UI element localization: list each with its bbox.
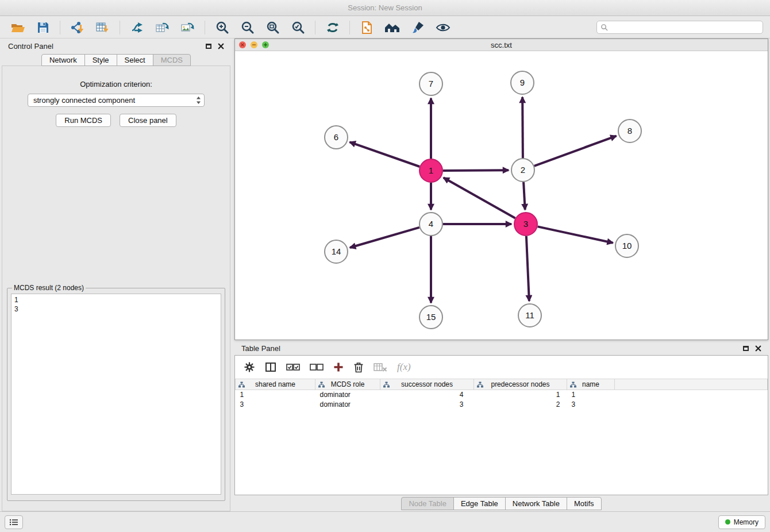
open-file-button[interactable] [6,18,29,37]
export-image-button[interactable] [176,18,199,37]
tab-select[interactable]: Select [117,54,153,66]
node-4[interactable]: 4 [419,213,442,236]
window-close-icon[interactable] [239,41,246,48]
float-table-panel-icon[interactable] [743,346,749,351]
close-panel-icon[interactable] [218,43,224,49]
svg-text:4: 4 [429,219,433,229]
node-9[interactable]: 9 [511,71,534,94]
criterion-select[interactable]: strongly connected component [28,94,205,107]
table-cell[interactable]: 1 [567,390,615,400]
table-cell[interactable]: dominator [315,400,380,410]
export-table-button[interactable] [151,18,174,37]
node-1[interactable]: 1 [419,159,442,182]
import-table-file-button[interactable] [91,18,114,37]
node-10[interactable]: 10 [615,234,638,257]
svg-text:11: 11 [525,310,534,320]
apply-layout-button[interactable] [321,18,344,37]
mcds-result-item[interactable]: 1 [14,295,218,304]
float-panel-icon[interactable] [206,44,211,49]
delete-table-icon[interactable] [374,363,387,372]
zoom-in-button[interactable] [210,18,234,37]
tab-edge-table[interactable]: Edge Table [453,497,506,510]
table-cell[interactable]: 3 [236,400,315,410]
main-toolbar [0,17,770,38]
first-neighbors-button[interactable] [380,18,404,37]
save-session-button[interactable] [31,18,55,37]
tab-mcds[interactable]: MCDS [153,54,191,66]
edge-1-6[interactable] [350,142,420,167]
window-zoom-icon[interactable] [262,41,269,48]
node-14[interactable]: 14 [325,240,348,263]
table-cell[interactable]: 1 [474,390,567,400]
column-header-successor-nodes[interactable]: successor nodes [380,379,474,390]
node-3[interactable]: 3 [514,213,537,236]
gear-icon[interactable] [244,361,255,373]
node-6[interactable]: 6 [325,126,348,149]
add-column-icon[interactable] [333,362,344,372]
table-panel: Table Panel f(x) shared nameMCDS rolesuc… [234,341,768,511]
edge-2-8[interactable] [534,136,617,166]
select-all-icon[interactable] [286,363,300,372]
memory-button[interactable]: Memory [718,515,765,529]
table-cell[interactable]: 1 [236,390,315,400]
node-7[interactable]: 7 [419,72,442,95]
column-header-shared-name[interactable]: shared name [236,379,315,390]
export-network-button[interactable] [125,18,149,37]
column-type-icon [318,381,325,388]
tab-style[interactable]: Style [84,54,117,66]
column-header-mcds-role[interactable]: MCDS role [315,379,380,390]
zoom-selected-button[interactable] [286,18,310,37]
deselect-all-icon[interactable] [310,363,324,372]
node-2[interactable]: 2 [511,159,534,182]
edge-2-9[interactable] [522,97,523,158]
close-table-panel-icon[interactable] [755,345,761,352]
node-11[interactable]: 11 [518,304,541,327]
apply-style-button[interactable] [406,18,429,37]
table-cell[interactable]: 2 [474,400,567,410]
table-cell[interactable]: 3 [567,400,615,410]
window-title: Session: New Session [348,3,422,12]
tab-motifs[interactable]: Motifs [567,497,602,510]
function-builder-button[interactable]: f(x) [397,361,411,373]
edge-1-2[interactable] [443,170,509,171]
edge-3-11[interactable] [526,236,529,301]
table-cell[interactable]: dominator [315,390,380,400]
new-network-from-selection-button[interactable] [355,18,379,37]
show-hide-details-button[interactable] [431,18,455,37]
tab-network-table[interactable]: Network Table [505,497,567,510]
network-canvas[interactable]: 7968124314101511 [235,51,768,339]
houses-icon [384,21,401,34]
table-cell[interactable]: 3 [380,400,474,410]
close-panel-button[interactable]: Close panel [120,114,176,127]
edge-2-3[interactable] [523,182,525,210]
tab-network[interactable]: Network [41,54,85,66]
zoom-fit-button[interactable] [261,18,284,37]
table-cell[interactable]: 4 [380,390,474,400]
mcds-result-list[interactable]: 13 [11,294,221,495]
edge-3-1[interactable] [444,178,515,218]
edge-4-14[interactable] [350,228,419,248]
search-input[interactable] [611,24,759,32]
edge-3-10[interactable] [538,226,613,242]
run-mcds-button[interactable]: Run MCDS [56,114,111,127]
window-minimize-icon[interactable] [251,41,257,48]
tab-node-table[interactable]: Node Table [401,497,454,510]
import-network-file-button[interactable] [66,18,89,37]
table-row[interactable]: 3dominator323 [236,400,768,410]
split-column-icon[interactable] [265,362,276,372]
search-field[interactable] [596,21,763,34]
mcds-result-item[interactable]: 3 [14,304,218,314]
column-header-name[interactable]: name [567,379,615,390]
zoom-fit-icon [266,21,280,34]
table-row[interactable]: 1dominator411 [236,390,768,400]
column-header-predecessor-nodes[interactable]: predecessor nodes [474,379,567,390]
toolbar-separator [120,21,120,34]
task-history-button[interactable] [5,515,23,529]
column-type-icon [477,381,483,388]
node-15[interactable]: 15 [419,306,442,329]
node-8[interactable]: 8 [618,119,641,142]
mcds-tab-panel: Optimization criterion: strongly connect… [2,65,230,511]
delete-column-icon[interactable] [353,361,364,373]
zoom-out-button[interactable] [236,18,259,37]
window-titlebar: Session: New Session [0,0,770,16]
